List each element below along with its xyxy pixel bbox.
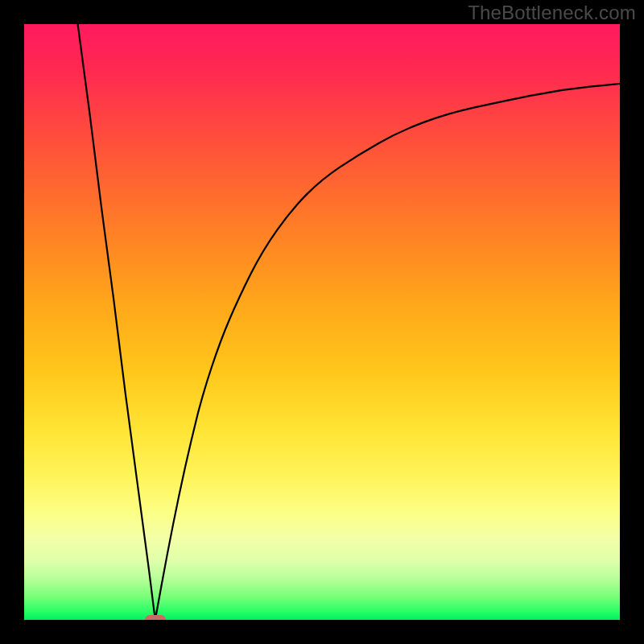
chart-frame: TheBottleneck.com xyxy=(0,0,644,644)
minimum-marker xyxy=(145,615,166,620)
bottleneck-curve xyxy=(24,24,620,620)
plot-area xyxy=(24,24,620,620)
watermark-text: TheBottleneck.com xyxy=(468,2,636,24)
